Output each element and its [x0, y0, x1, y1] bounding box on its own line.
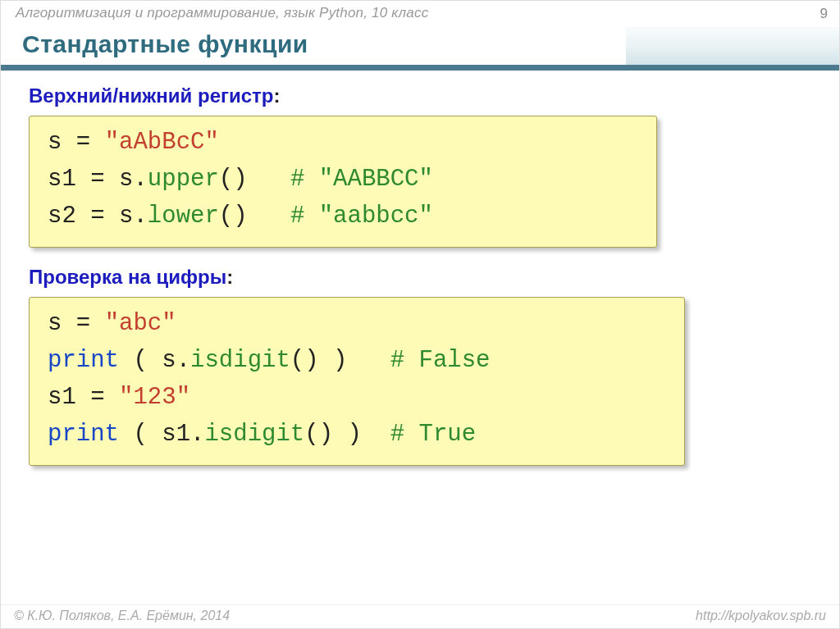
- code-paren: (): [219, 203, 248, 230]
- code-paren: (): [219, 166, 248, 193]
- code-string: "abc": [105, 310, 176, 337]
- code-var: s: [48, 310, 62, 337]
- code-text: ( s.: [119, 347, 190, 374]
- code-comment: # False: [390, 347, 491, 374]
- code-function: lower: [148, 203, 219, 230]
- code-op: = s.: [76, 203, 148, 230]
- footer: © К.Ю. Поляков, Е.А. Ерёмин, 2014 http:/…: [1, 604, 839, 623]
- code-block-1: s = "aAbBcC" s1 = s.upper() # "AABBCC" s…: [29, 116, 657, 248]
- code-space: [248, 203, 290, 230]
- breadcrumb-header: Алгоритмизация и программирование, язык …: [16, 5, 428, 21]
- code-string: "aAbBcC": [105, 129, 219, 156]
- colon: :: [274, 84, 281, 107]
- content-area: Верхний/нижний регистр: s = "aAbBcC" s1 …: [29, 80, 811, 484]
- code-space: [362, 421, 390, 448]
- code-text: () ): [304, 421, 362, 448]
- code-op: = s.: [76, 166, 148, 193]
- code-function: isdigit: [190, 347, 290, 374]
- code-space: [347, 347, 390, 374]
- code-var: s2: [48, 203, 76, 230]
- code-op: =: [76, 384, 119, 411]
- code-var: s: [48, 129, 62, 156]
- code-text: ( s1.: [119, 421, 204, 448]
- code-keyword: print: [48, 347, 119, 374]
- colon: :: [226, 266, 233, 288]
- code-keyword: print: [48, 421, 119, 448]
- footer-copyright: © К.Ю. Поляков, Е.А. Ерёмин, 2014: [14, 608, 230, 623]
- code-space: [248, 166, 290, 193]
- code-block-2: s = "abc" print ( s.isdigit() ) # False …: [29, 297, 685, 466]
- code-function: isdigit: [204, 421, 304, 448]
- footer-url: http://kpolyakov.spb.ru: [696, 608, 826, 623]
- code-comment: # "AABBCC": [290, 166, 433, 193]
- code-comment: # True: [390, 421, 476, 448]
- code-function: upper: [148, 166, 219, 193]
- code-var: s1: [48, 166, 76, 193]
- code-text: () ): [290, 347, 348, 374]
- slide: Алгоритмизация и программирование, язык …: [0, 0, 840, 629]
- title-bar: Стандартные функции: [1, 27, 839, 71]
- code-comment: # "aabbcc": [290, 203, 433, 230]
- code-op: =: [62, 129, 104, 156]
- section2-heading-text: Проверка на цифры: [29, 266, 226, 288]
- code-string: "123": [119, 384, 190, 411]
- code-op: =: [62, 310, 104, 337]
- section2-heading: Проверка на цифры:: [29, 266, 811, 289]
- section1-heading-text: Верхний/нижний регистр: [29, 84, 274, 107]
- page-number: 9: [820, 6, 828, 22]
- page-title: Стандартные функции: [1, 27, 839, 58]
- code-var: s1: [48, 384, 76, 411]
- section1-heading: Верхний/нижний регистр:: [29, 84, 811, 107]
